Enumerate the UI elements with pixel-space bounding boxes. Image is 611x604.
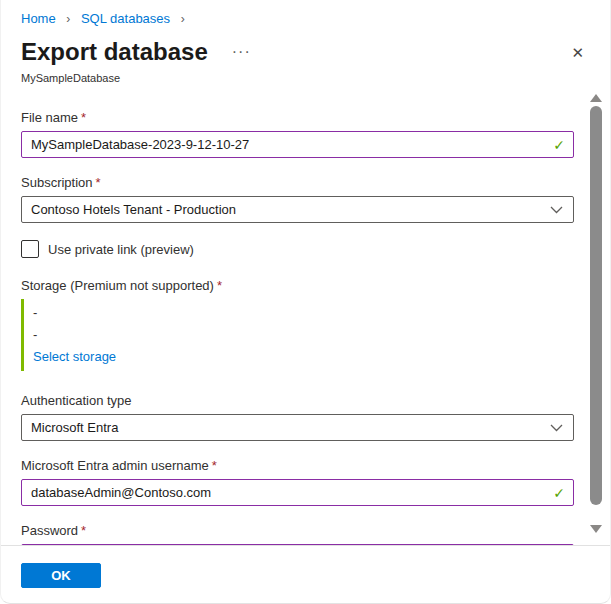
blade-footer: OK (1, 545, 610, 603)
blade-header: Home › SQL databases › Export database ·… (1, 0, 610, 84)
private-link-row: Use private link (preview) (21, 240, 574, 258)
page-title: Export database (21, 38, 208, 66)
file-name-label-text: File name (21, 110, 78, 125)
scroll-up-button[interactable] (590, 94, 602, 102)
chevron-down-icon (550, 423, 563, 432)
subscription-select[interactable]: Contoso Hotels Tenant - Production (21, 196, 574, 223)
password-input[interactable] (21, 544, 574, 545)
subscription-label-text: Subscription (21, 175, 93, 190)
form-content: File name* ✓ Subscription* Contoso Hotel… (1, 94, 610, 545)
scrollbar-track[interactable] (587, 90, 605, 541)
admin-username-field: Microsoft Entra admin username* ✓ (21, 458, 574, 506)
private-link-label: Use private link (preview) (48, 242, 194, 257)
required-asterisk: * (78, 110, 86, 125)
storage-line: - (33, 324, 574, 346)
export-database-blade: Home › SQL databases › Export database ·… (0, 0, 611, 604)
file-name-field: File name* ✓ (21, 110, 574, 158)
authentication-type-selected-value: Microsoft Entra (31, 420, 118, 435)
private-link-checkbox[interactable] (21, 240, 39, 258)
ellipsis-icon: ··· (232, 43, 251, 60)
subscription-selected-value: Contoso Hotels Tenant - Production (31, 202, 236, 217)
scrollbar-thumb[interactable] (590, 106, 602, 505)
subscription-field: Subscription* Contoso Hotels Tenant - Pr… (21, 175, 574, 223)
required-asterisk: * (209, 458, 217, 473)
storage-label: Storage (Premium not supported)* (21, 278, 574, 293)
breadcrumb-link-home[interactable]: Home (21, 11, 56, 26)
close-button[interactable]: ✕ (565, 41, 590, 64)
authentication-type-label: Authentication type (21, 393, 574, 408)
storage-field: Storage (Premium not supported)* - - Sel… (21, 278, 574, 371)
chevron-down-icon (550, 205, 563, 214)
admin-username-label: Microsoft Entra admin username* (21, 458, 574, 473)
file-name-input[interactable] (21, 131, 574, 158)
more-options-button[interactable]: ··· (230, 43, 253, 61)
select-storage-link[interactable]: Select storage (33, 346, 116, 368)
breadcrumb-separator: › (181, 12, 185, 26)
scroll-down-button[interactable] (590, 525, 602, 533)
required-asterisk: * (214, 278, 222, 293)
file-name-label: File name* (21, 110, 574, 125)
required-asterisk: * (78, 523, 86, 538)
storage-status-block: - - Select storage (21, 299, 574, 371)
authentication-type-field: Authentication type Microsoft Entra (21, 393, 574, 441)
ok-button[interactable]: OK (21, 563, 101, 588)
title-row: Export database ··· ✕ (21, 38, 590, 66)
authentication-type-label-text: Authentication type (21, 393, 132, 408)
storage-label-text: Storage (Premium not supported) (21, 278, 214, 293)
password-label-text: Password (21, 523, 78, 538)
authentication-type-select[interactable]: Microsoft Entra (21, 414, 574, 441)
admin-username-label-text: Microsoft Entra admin username (21, 458, 209, 473)
storage-line: - (33, 302, 574, 324)
admin-username-input[interactable] (21, 479, 574, 506)
page-subtitle: MySampleDatabase (21, 72, 590, 84)
password-label: Password* (21, 523, 574, 538)
breadcrumb-separator: › (66, 12, 70, 26)
breadcrumb-link-sql-databases[interactable]: SQL databases (81, 11, 170, 26)
required-asterisk: * (93, 175, 101, 190)
breadcrumb: Home › SQL databases › (21, 11, 590, 26)
close-icon: ✕ (571, 44, 584, 61)
subscription-label: Subscription* (21, 175, 574, 190)
password-field: Password* ✓ (21, 523, 574, 545)
